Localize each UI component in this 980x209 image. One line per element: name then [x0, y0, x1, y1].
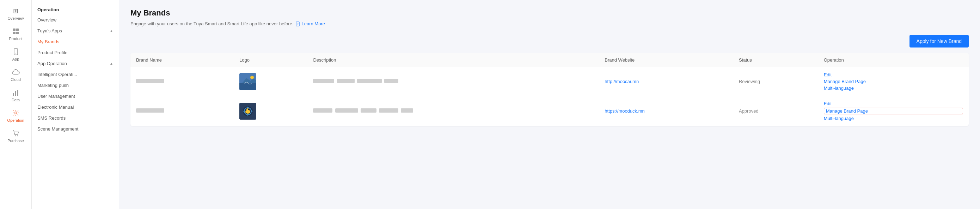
status-badge-1: Reviewing [739, 79, 760, 84]
op-column-2: Edit Manage Brand Page Multi-language [824, 101, 963, 121]
nav-purchase[interactable]: Purchase [0, 126, 31, 146]
multi-language-link-2[interactable]: Multi-language [824, 116, 963, 121]
purchase-icon [12, 130, 20, 137]
nav-product-label: Product [9, 36, 22, 41]
doc-icon [296, 21, 300, 26]
svg-point-19 [250, 76, 254, 79]
status-cell-2: Approved [733, 96, 818, 126]
col-operation: Operation [818, 53, 969, 67]
nav-icon-column: ⊞ Overview Product App Cloud [0, 0, 32, 209]
operation-cell-2: Edit Manage Brand Page Multi-language [818, 96, 969, 126]
edit-link-2[interactable]: Edit [824, 101, 963, 106]
manage-brand-page-link-2[interactable]: Manage Brand Page [824, 108, 963, 114]
svg-point-11 [17, 135, 18, 136]
app-icon [12, 48, 20, 55]
sidebar-item-user-management[interactable]: User Management [32, 91, 119, 102]
sidebar-item-scene-management[interactable]: Scene Management [32, 124, 119, 135]
sidebar-section-operation: Operation [32, 3, 119, 14]
col-brand-website: Brand Website [599, 53, 733, 67]
svg-rect-3 [16, 32, 19, 34]
multi-language-link-1[interactable]: Multi-language [824, 86, 963, 91]
status-badge-2: Approved [739, 108, 759, 114]
nav-purchase-label: Purchase [7, 139, 24, 143]
tuyas-apps-arrow-icon: ▲ [110, 29, 113, 33]
nav-cloud[interactable]: Cloud [0, 65, 31, 85]
col-logo: Logo [234, 53, 307, 67]
website-cell-1: http://moocar.mn [599, 67, 733, 96]
col-description: Description [307, 53, 599, 67]
website-cell-2: https://mooduck.mn [599, 96, 733, 126]
col-brand-name: Brand Name [130, 53, 234, 67]
product-icon [12, 27, 20, 35]
svg-rect-7 [15, 91, 16, 96]
manage-brand-page-link-1[interactable]: Manage Brand Page [824, 79, 963, 84]
brand-name-cell-2 [130, 96, 234, 126]
svg-point-9 [15, 112, 17, 114]
edit-link-1[interactable]: Edit [824, 72, 963, 78]
svg-rect-17 [239, 83, 256, 90]
svg-rect-2 [13, 32, 16, 34]
sidebar-item-intelligent-operation[interactable]: Intelligent Operati... [32, 69, 119, 80]
sidebar-item-electronic-manual[interactable]: Electronic Manual [32, 102, 119, 112]
svg-rect-6 [13, 93, 14, 96]
desc-blurred-1c [357, 79, 382, 83]
nav-operation-label: Operation [7, 118, 24, 122]
website-link-1[interactable]: http://moocar.mn [605, 79, 639, 84]
nav-overview[interactable]: ⊞ Overview [0, 3, 31, 24]
sidebar-item-sms-records[interactable]: SMS Records [32, 112, 119, 124]
desc-blurred-1a [313, 79, 334, 83]
desc-blurred-1d [384, 79, 398, 83]
nav-overview-label: Overview [8, 16, 24, 21]
sidebar: Operation Overview Tuya's Apps ▲ My Bran… [32, 0, 119, 209]
svg-point-10 [15, 135, 16, 136]
page-subtitle: Engage with your users on the Tuya Smart… [130, 21, 969, 26]
svg-point-24 [247, 108, 249, 111]
svg-rect-0 [13, 28, 16, 31]
desc-blurred-2c [361, 108, 377, 112]
operation-cell-1: Edit Manage Brand Page Multi-language [818, 67, 969, 96]
logo-img-svg-1 [239, 73, 256, 90]
nav-operation[interactable]: Operation [0, 106, 31, 126]
sidebar-item-product-profile[interactable]: Product Profile [32, 47, 119, 58]
desc-blurred-2a [313, 108, 332, 112]
overview-icon: ⊞ [12, 7, 20, 15]
logo-image-2 [239, 103, 256, 120]
nav-data[interactable]: Data [0, 85, 31, 106]
app-operation-arrow-icon: ▲ [110, 62, 113, 65]
description-cell-1 [307, 67, 599, 96]
apply-for-new-brand-button[interactable]: Apply for New Brand [910, 35, 969, 48]
nav-data-label: Data [12, 98, 20, 102]
brand-name-blurred-1 [136, 79, 164, 83]
apply-btn-row: Apply for New Brand [130, 35, 969, 48]
sidebar-item-my-brands[interactable]: My Brands [32, 36, 119, 47]
brand-name-blurred-2 [136, 108, 164, 112]
sidebar-item-tuyas-apps[interactable]: Tuya's Apps ▲ [32, 25, 119, 36]
table-header-row: Brand Name Logo Description Brand Websit… [130, 53, 969, 67]
desc-blurred-2d [379, 108, 398, 112]
nav-cloud-label: Cloud [11, 78, 21, 82]
desc-blurred-1b [337, 79, 355, 83]
logo-cell-1 [234, 67, 307, 96]
nav-app-label: App [12, 57, 19, 61]
main-content: My Brands Engage with your users on the … [119, 0, 980, 209]
website-link-2[interactable]: https://mooduck.mn [605, 108, 644, 114]
data-icon [12, 89, 20, 97]
learn-more-link[interactable]: Learn More [296, 21, 325, 26]
logo-image-1 [239, 73, 256, 90]
brand-name-cell-1 [130, 67, 234, 96]
sidebar-item-marketing-push[interactable]: Marketing push [32, 80, 119, 91]
sidebar-item-app-operation[interactable]: App Operation ▲ [32, 58, 119, 69]
nav-product[interactable]: Product [0, 24, 31, 44]
table-row: http://moocar.mn Reviewing Edit Manage B… [130, 67, 969, 96]
brands-table: Brand Name Logo Description Brand Websit… [130, 53, 969, 126]
cloud-icon [12, 68, 20, 76]
svg-rect-1 [16, 28, 19, 31]
svg-point-5 [16, 54, 16, 54]
status-cell-1: Reviewing [733, 67, 818, 96]
sidebar-item-overview[interactable]: Overview [32, 14, 119, 25]
table-row: https://mooduck.mn Approved Edit Manage … [130, 96, 969, 126]
nav-app[interactable]: App [0, 44, 31, 65]
desc-blurred-2b [335, 108, 358, 112]
op-column-1: Edit Manage Brand Page Multi-language [824, 72, 963, 91]
svg-rect-8 [17, 90, 18, 96]
